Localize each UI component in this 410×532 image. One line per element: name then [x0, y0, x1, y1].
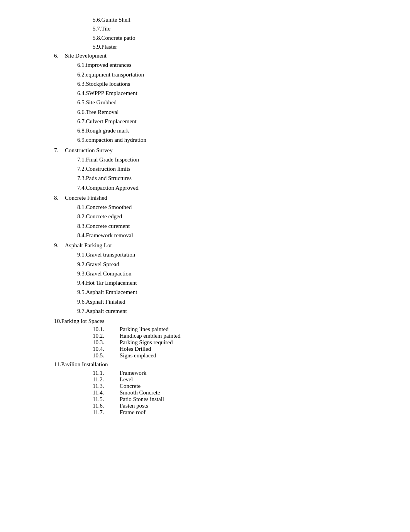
list-item: 6.3.Stockpile locations — [77, 80, 379, 88]
list-item: 8.1.Concrete Smoothed — [77, 203, 379, 212]
list-item: 9.3.Gravel Compaction — [77, 269, 379, 278]
section-title: Asphalt Parking Lot — [65, 241, 379, 250]
section-7-header: 7. Construction Survey — [54, 146, 379, 155]
section-10-subitems: 10.1. Parking lines painted 10.2. Handic… — [54, 326, 379, 359]
section-title: 11.Pavilion Installation — [54, 360, 379, 369]
list-item: 10.4. Holes Drilled — [54, 346, 379, 352]
list-item: 8.3.Concrete curement — [77, 222, 379, 231]
list-item: 6.7.Culvert Emplacement — [77, 117, 379, 126]
subitem-label: Holes Drilled — [120, 346, 379, 352]
subitem-label: Parking Signs required — [120, 339, 379, 346]
list-item: 8.2.Concrete edged — [77, 212, 379, 221]
list-item: 11.1. Framework — [54, 370, 379, 376]
list-item: 7.3.Pads and Structures — [77, 174, 379, 183]
list-item: 11.6. Fasten posts — [54, 403, 379, 409]
list-item: 6.4.SWPPP Emplacement — [77, 89, 379, 98]
list-item: 6.6.Tree Removal — [77, 108, 379, 117]
subitem-number: 10.2. — [93, 333, 120, 339]
list-item: 10.2. Handicap emblem painted — [54, 333, 379, 339]
list-item: 5.8.Concrete patio — [93, 34, 379, 42]
list-item: 5.6.Gunite Shell — [93, 15, 379, 24]
subitem-number: 10.5. — [93, 352, 120, 359]
list-item: 6.1.improved entrances — [77, 61, 379, 70]
section-9-header: 9. Asphalt Parking Lot — [54, 241, 379, 250]
section-8-subitems: 8.1.Concrete Smoothed 8.2.Concrete edged… — [54, 203, 379, 240]
section-title: Site Development — [65, 51, 379, 60]
subitem-number: 11.2. — [93, 376, 120, 383]
section-8: 8. Concrete Finished 8.1.Concrete Smooth… — [54, 194, 379, 240]
subitem-label: Frame roof — [120, 409, 379, 416]
list-item: 6.9.compaction and hydration — [77, 136, 379, 144]
section-number: 6. — [54, 51, 65, 60]
list-item: 6.8.Rough grade mark — [77, 126, 379, 135]
list-item: 11.4. Smooth Concrete — [54, 389, 379, 396]
section-title: Concrete Finished — [65, 194, 379, 202]
section-6-subitems: 6.1.improved entrances 6.2.equipment tra… — [54, 61, 379, 144]
subitem-label: Smooth Concrete — [120, 389, 379, 396]
section-6: 6. Site Development 6.1.improved entranc… — [54, 51, 379, 145]
subitem-label: Fasten posts — [120, 403, 379, 409]
list-item: 9.6.Asphalt Finished — [77, 297, 379, 306]
list-item: 7.2.Construction limits — [77, 165, 379, 173]
list-item: 5.9.Plaster — [93, 42, 379, 51]
section-6-header: 6. Site Development — [54, 51, 379, 60]
section-5-subitems: 5.6.Gunite Shell 5.7.Tile 5.8.Concrete p… — [54, 15, 379, 51]
section-number: 7. — [54, 146, 65, 155]
list-item: 9.7.Asphalt curement — [77, 307, 379, 316]
list-item: 10.1. Parking lines painted — [54, 326, 379, 333]
section-10: 10.Parking lot Spaces 10.1. Parking line… — [54, 317, 379, 359]
section-11-subitems: 11.1. Framework 11.2. Level 11.3. Concre… — [54, 370, 379, 416]
list-item: 11.7. Frame roof — [54, 409, 379, 416]
list-item: 7.1.Final Grade Inspection — [77, 155, 379, 164]
list-item: 9.4.Hot Tar Emplacement — [77, 279, 379, 287]
subitem-number: 11.3. — [93, 383, 120, 389]
main-content: 5.6.Gunite Shell 5.7.Tile 5.8.Concrete p… — [31, 15, 379, 416]
section-7-subitems: 7.1.Final Grade Inspection 7.2.Construct… — [54, 155, 379, 192]
list-item: 9.5.Asphalt Emplacement — [77, 288, 379, 297]
list-item: 5.7.Tile — [93, 24, 379, 33]
subitem-number: 10.4. — [93, 346, 120, 352]
section-11-header: 11.Pavilion Installation — [54, 360, 379, 369]
list-item: 7.4.Compaction Approved — [77, 184, 379, 192]
subitem-number: 11.1. — [93, 370, 120, 376]
subitem-number: 11.6. — [93, 403, 120, 409]
list-item: 11.3. Concrete — [54, 383, 379, 389]
subitem-label: Concrete — [120, 383, 379, 389]
subitem-number: 11.5. — [93, 396, 120, 403]
subitem-number: 10.1. — [93, 326, 120, 333]
subitem-number: 10.3. — [93, 339, 120, 346]
list-item: 11.5. Patio Stones install — [54, 396, 379, 403]
section-10-header: 10.Parking lot Spaces — [54, 317, 379, 326]
subitem-label: Level — [120, 376, 379, 383]
section-9-subitems: 9.1.Gravel transportation 9.2.Gravel Spr… — [54, 250, 379, 316]
list-item: 10.3. Parking Signs required — [54, 339, 379, 346]
list-item: 8.4.Framework removal — [77, 231, 379, 240]
section-11: 11.Pavilion Installation 11.1. Framework… — [54, 360, 379, 415]
subitem-number: 11.7. — [93, 409, 120, 416]
section-7: 7. Construction Survey 7.1.Final Grade I… — [54, 146, 379, 192]
section-title: 10.Parking lot Spaces — [54, 317, 379, 326]
subitem-label: Parking lines painted — [120, 326, 379, 333]
subitem-label: Framework — [120, 370, 379, 376]
list-item: 6.5.Site Grubbed — [77, 98, 379, 107]
subitem-number: 11.4. — [93, 389, 120, 396]
section-title: Construction Survey — [65, 146, 379, 155]
subitem-label: Signs emplaced — [120, 352, 379, 359]
list-item: 10.5. Signs emplaced — [54, 352, 379, 359]
section-number: 9. — [54, 241, 65, 250]
list-item: 9.1.Gravel transportation — [77, 250, 379, 259]
subitem-label: Patio Stones install — [120, 396, 379, 403]
list-item: 6.2.equipment transportation — [77, 70, 379, 79]
subitem-label: Handicap emblem painted — [120, 333, 379, 339]
list-item: 11.2. Level — [54, 376, 379, 383]
section-8-header: 8. Concrete Finished — [54, 194, 379, 202]
list-item: 9.2.Gravel Spread — [77, 260, 379, 269]
section-9: 9. Asphalt Parking Lot 9.1.Gravel transp… — [54, 241, 379, 316]
section-number: 8. — [54, 194, 65, 202]
